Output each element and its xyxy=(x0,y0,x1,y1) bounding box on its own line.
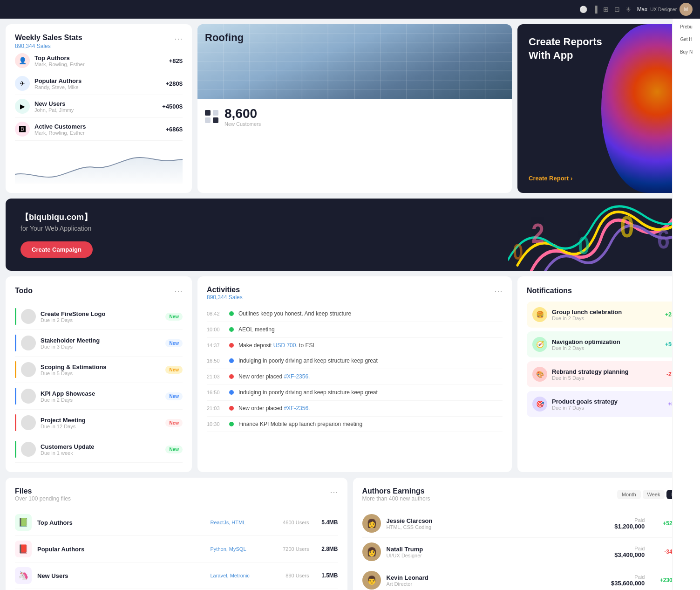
weekly-sales-menu-icon[interactable]: ⋯ xyxy=(174,34,183,44)
activity-dot xyxy=(229,358,234,363)
campaign-text: 【biqubiqu.com】 for Your Web Application … xyxy=(20,212,93,258)
row2: Todo ⋯ Create FireStone Logo Due in 2 Da… xyxy=(6,276,694,472)
author-amount: $3,400,000 xyxy=(614,551,645,558)
todo-name: KPI App Showcase xyxy=(41,390,161,397)
activity-item: 10:30 Finance KPI Mobile app launch prep… xyxy=(207,417,503,432)
activity-time: 10:30 xyxy=(207,421,224,427)
todo-bar xyxy=(15,441,16,458)
activities-menu-icon[interactable]: ⋯ xyxy=(494,286,503,296)
activity-item: 14:37 Make deposit USD 700. to ESL xyxy=(207,338,503,354)
notif-due: Due in 5 Days xyxy=(552,375,662,381)
reports-title: Create Reports With App xyxy=(529,35,683,62)
author-payment: Paid $3,400,000 xyxy=(614,546,645,558)
author-paid-label: Paid xyxy=(614,517,645,523)
file-users: 4600 Users xyxy=(272,520,309,525)
side-panel: Prebu Get H Buy N xyxy=(672,19,700,590)
sun-icon[interactable]: ☀ xyxy=(625,6,632,13)
week-button[interactable]: Week xyxy=(643,490,665,499)
activity-dot xyxy=(229,390,234,395)
todo-due: Due in 12 Days xyxy=(41,424,161,429)
todo-title: Todo xyxy=(15,287,33,295)
bars-icon[interactable]: ▐ xyxy=(593,6,598,13)
author-paid-label: Paid xyxy=(611,574,645,580)
stat-name: Popular Authors xyxy=(34,77,161,84)
todo-info: Customers Update Due in 1 week xyxy=(41,443,161,456)
activities-list: 08:42 Outlines keep you honest. And keep… xyxy=(207,306,503,432)
file-size: 1.5MB xyxy=(315,572,338,579)
svg-text:2: 2 xyxy=(531,218,544,249)
roofing-card: Roofing 8,600 New Customers xyxy=(197,24,512,193)
row1: Weekly Sales Stats 890,344 Sales ⋯ 👤 Top… xyxy=(6,24,694,193)
stat-name: New Users xyxy=(34,100,157,107)
activity-item: 21:03 New order placed #XF-2356. xyxy=(207,401,503,417)
todo-avatar xyxy=(21,415,36,430)
files-menu-icon[interactable]: ⋯ xyxy=(330,487,338,497)
author-avatar: 👩 xyxy=(362,514,381,533)
grid2-icon[interactable]: ⊡ xyxy=(614,6,620,13)
author-amount: $1,200,000 xyxy=(614,523,645,530)
todo-badge: New xyxy=(165,366,183,374)
file-size: 2.8MB xyxy=(315,546,338,552)
activities-subtitle: 890,344 Sales xyxy=(207,294,243,301)
file-tags: ReactJs, HTML xyxy=(211,520,266,525)
stat-value: +4500$ xyxy=(162,103,183,110)
grid-icon[interactable]: ⊞ xyxy=(603,6,609,13)
roofing-image: Roofing xyxy=(197,24,512,99)
notif-name: Rebrand strategy planning xyxy=(552,368,662,375)
todo-avatar xyxy=(21,336,36,350)
activity-link[interactable]: #XF-2356. xyxy=(284,405,310,412)
file-name: Popular Authors xyxy=(37,546,205,553)
todo-due: Due in 2 Days xyxy=(41,397,161,403)
todo-badge: New xyxy=(165,339,183,347)
activity-text: Outlines keep you honest. And keep struc… xyxy=(238,310,351,318)
svg-text:0: 0 xyxy=(620,210,634,244)
todo-due: Due in 3 Days xyxy=(41,344,161,350)
stat-icon: 🅱 xyxy=(15,122,30,137)
campaign-banner: 【biqubiqu.com】 for Your Web Application … xyxy=(6,199,694,271)
todo-avatar xyxy=(21,309,36,324)
month-button[interactable]: Month xyxy=(617,490,641,499)
create-report-link[interactable]: Create Report › xyxy=(529,175,683,182)
side-item-buyn[interactable]: Buy N xyxy=(680,49,693,55)
side-item-prebu[interactable]: Prebu xyxy=(680,24,693,29)
stat-authors: Mark, Rowling, Esther xyxy=(34,62,164,67)
todo-name: Project Meeting xyxy=(41,417,161,424)
row3: Files Over 100 pending files ⋯ 📗 Top Aut… xyxy=(6,478,694,590)
todo-avatar xyxy=(21,389,36,404)
todo-item: Create FireStone Logo Due in 2 Days New xyxy=(15,303,183,330)
user-info: Max UX Designer M xyxy=(637,3,693,16)
todo-menu-icon[interactable]: ⋯ xyxy=(174,286,183,296)
todo-name: Create FireStone Logo xyxy=(41,310,161,317)
activity-text: Indulging in poorly driving and keep str… xyxy=(238,357,378,365)
activity-time: 16:50 xyxy=(207,390,224,395)
todo-info: Stakeholder Meeting Due in 3 Days xyxy=(41,337,161,350)
activity-link[interactable]: USD 700. xyxy=(273,342,298,349)
todo-bar xyxy=(15,388,16,405)
side-item-geth[interactable]: Get H xyxy=(680,37,692,42)
activity-time: 08:42 xyxy=(207,311,224,316)
todo-bar xyxy=(15,335,16,351)
search-icon[interactable]: ⚪ xyxy=(579,6,587,13)
notif-due: Due in 7 Days xyxy=(552,405,664,411)
todo-badge: New xyxy=(165,313,183,321)
todo-badge: New xyxy=(165,419,183,427)
activity-dot xyxy=(229,422,234,426)
authors-earnings-card: Authors Earnings More than 400 new autho… xyxy=(353,478,695,590)
file-icon: 📕 xyxy=(15,541,32,557)
activity-text: Indulging in poorly driving and keep str… xyxy=(238,389,378,397)
author-role: Art Director xyxy=(387,581,606,587)
activity-link[interactable]: #XF-2356. xyxy=(284,373,310,380)
author-item: 👨 Kevin Leonard Art Director Paid $35,60… xyxy=(362,566,686,590)
todo-info: Scoping & Estimations Due in 5 Days xyxy=(41,364,161,376)
stat-info: Top Authors Mark, Rowling, Esther xyxy=(34,55,164,67)
author-info: Natali Trump UI/UX Designer xyxy=(387,546,609,558)
create-campaign-button[interactable]: Create Campaign xyxy=(20,241,93,258)
file-item: 🦄 New Users Laravel, Metronic 890 Users … xyxy=(15,563,338,589)
file-users: 890 Users xyxy=(272,573,309,578)
files-subtitle: Over 100 pending files xyxy=(15,495,71,502)
notif-icon: 🎨 xyxy=(532,367,547,382)
user-role: UX Designer xyxy=(650,7,677,12)
reports-card: Create Reports With App Create Report › xyxy=(517,24,694,193)
svg-text:0: 0 xyxy=(578,231,590,259)
notif-info: Group lunch celebration Due in 2 Days xyxy=(552,309,660,321)
